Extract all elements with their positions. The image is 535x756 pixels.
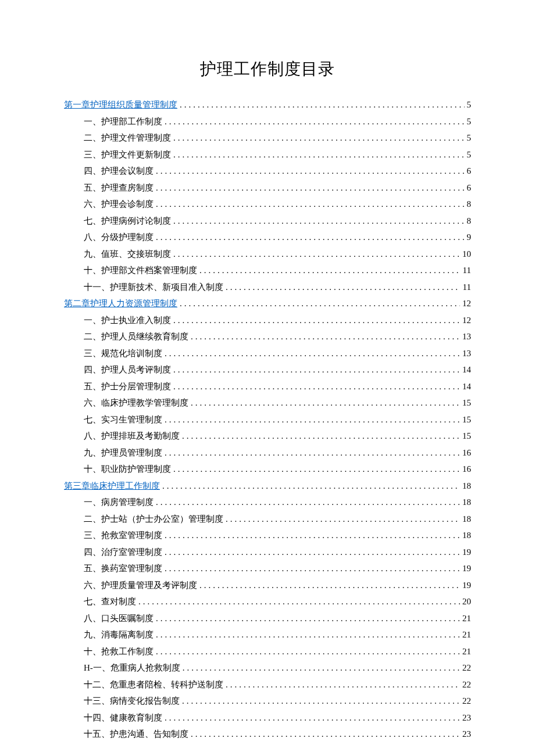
toc-page-number: 21 <box>462 610 471 627</box>
toc-entry[interactable]: 二、护士站（护士办公室）管理制度18 <box>64 511 471 528</box>
toc-entry[interactable]: 四、治疗室管理制度19 <box>64 544 471 561</box>
toc-page-number: 21 <box>462 626 471 643</box>
toc-entry[interactable]: 六、护理会诊制度8 <box>64 196 471 213</box>
toc-entry[interactable]: 七、实习生管理制度15 <box>64 411 471 428</box>
toc-leader-dots <box>191 328 460 345</box>
toc-label: 八、分级护理制度 <box>84 229 154 246</box>
toc-entry[interactable]: 十三、病情变化报告制度22 <box>64 693 471 710</box>
toc-label: 五、护理查房制度 <box>84 180 154 196</box>
toc-page-number: 14 <box>462 361 471 378</box>
toc-leader-dots <box>165 411 460 428</box>
toc-label: 五、换药室管理制度 <box>84 560 162 577</box>
toc-leader-dots <box>156 643 460 660</box>
toc-entry[interactable]: 十四、健康教育制度23 <box>64 710 471 726</box>
toc-entry[interactable]: 四、护理人员考评制度14 <box>64 361 471 378</box>
toc-entry[interactable]: 十、护理部文件档案管理制度11 <box>64 262 471 279</box>
toc-label: 十、护理部文件档案管理制度 <box>84 262 197 279</box>
toc-page-number: 21 <box>462 643 471 660</box>
toc-leader-dots <box>156 626 460 643</box>
toc-leader-dots <box>165 527 460 544</box>
toc-entry[interactable]: 五、护理查房制度6 <box>64 180 471 196</box>
toc-entry[interactable]: 十、抢救工作制度21 <box>64 643 471 660</box>
toc-leader-dots <box>165 710 460 726</box>
toc-entry[interactable]: 九、值班、交接班制度10 <box>64 246 471 263</box>
toc-label: 一、护士执业准入制度 <box>84 312 171 329</box>
toc-page-number: 10 <box>462 246 471 263</box>
toc-entry[interactable]: 二、护理人员继续教育制度13 <box>64 328 471 345</box>
toc-leader-dots <box>173 378 460 395</box>
toc-page-number: 20 <box>462 593 471 610</box>
toc-label: 三、抢救室管理制度 <box>84 527 162 544</box>
toc-label: 二、护理人员继续教育制度 <box>84 328 188 345</box>
toc-entry[interactable]: 第三章临床护理工作制度18 <box>64 478 471 495</box>
toc-leader-dots <box>165 544 460 561</box>
toc-label: 二、护理文件管理制度 <box>84 130 171 146</box>
toc-leader-dots <box>173 246 460 263</box>
toc-leader-dots <box>138 593 460 610</box>
toc-leader-dots <box>165 445 460 461</box>
toc-leader-dots <box>182 693 460 710</box>
toc-page-number: 18 <box>462 478 471 495</box>
toc-page-number: 8 <box>467 196 472 213</box>
toc-page-number: 23 <box>462 726 471 743</box>
toc-label: 十、职业防护管理制度 <box>84 461 171 478</box>
toc-page-number: 22 <box>462 693 471 710</box>
toc-entry[interactable]: 十二、危重患者陪检、转科护送制度22 <box>64 676 471 693</box>
toc-entry[interactable]: 七、查对制度20 <box>64 593 471 610</box>
toc-entry[interactable]: 六、临床护理教学管理制度15 <box>64 395 471 411</box>
toc-entry[interactable]: 三、规范化培训制度13 <box>64 345 471 362</box>
toc-entry[interactable]: 八、分级护理制度9 <box>64 229 471 246</box>
toc-leader-dots <box>226 279 461 296</box>
toc-entry[interactable]: 八、口头医嘱制度21 <box>64 610 471 627</box>
toc-label: 三、护理文件更新制度 <box>84 146 171 163</box>
toc-entry[interactable]: 九、护理员管理制度16 <box>64 445 471 461</box>
toc-entry[interactable]: 第二章护理人力资源管理制度12 <box>64 295 471 312</box>
toc-entry[interactable]: 一、护士执业准入制度12 <box>64 312 471 329</box>
toc-label: 四、治疗室管理制度 <box>84 544 162 561</box>
toc-entry[interactable]: 十、职业防护管理制度16 <box>64 461 471 478</box>
toc-entry[interactable]: 七、护理病例讨论制度8 <box>64 213 471 230</box>
toc-entry[interactable]: 十一、护理新技术、新项目准入制度11 <box>64 279 471 296</box>
document-page: 护理工作制度目录 第一章护理组织质量管理制度5一、护理部工作制度5二、护理文件管… <box>0 0 535 756</box>
toc-entry[interactable]: 三、护理文件更新制度5 <box>64 146 471 163</box>
toc-leader-dots <box>156 610 460 627</box>
toc-label: 第一章护理组织质量管理制度 <box>64 96 177 113</box>
toc-label: H-一、危重病人抢救制度 <box>84 660 180 676</box>
toc-entry[interactable]: 八、护理排班及考勤制度15 <box>64 428 471 445</box>
toc-label: 十一、护理新技术、新项目准入制度 <box>84 279 223 296</box>
toc-entry[interactable]: 二、护理文件管理制度5 <box>64 130 471 146</box>
toc-leader-dots <box>162 478 460 495</box>
toc-label: 三、规范化培训制度 <box>84 345 162 362</box>
toc-label: 八、护理排班及考勤制度 <box>84 428 180 445</box>
toc-page-number: 15 <box>462 428 471 445</box>
toc-leader-dots <box>156 180 465 196</box>
toc-entry[interactable]: 五、护士分层管理制度14 <box>64 378 471 395</box>
toc-page-number: 5 <box>467 130 472 146</box>
toc-label: 十五、护患沟通、告知制度 <box>84 726 188 743</box>
toc-entry[interactable]: 六、护理质量管理及考评制度19 <box>64 577 471 594</box>
toc-page-number: 18 <box>462 511 471 528</box>
toc-page-number: 12 <box>462 295 471 312</box>
toc-entry[interactable]: 一、护理部工作制度5 <box>64 113 471 130</box>
toc-page-number: 6 <box>467 180 472 196</box>
toc-leader-dots <box>173 312 460 329</box>
toc-page-number: 9 <box>467 229 472 246</box>
toc-label: 五、护士分层管理制度 <box>84 378 171 395</box>
toc-entry[interactable]: 九、消毒隔离制度21 <box>64 626 471 643</box>
toc-entry[interactable]: 五、换药室管理制度19 <box>64 560 471 577</box>
toc-entry[interactable]: 第一章护理组织质量管理制度5 <box>64 96 471 113</box>
toc-leader-dots <box>156 196 465 213</box>
toc-entry[interactable]: 四、护理会议制度6 <box>64 163 471 180</box>
toc-container: 第一章护理组织质量管理制度5一、护理部工作制度5二、护理文件管理制度5三、护理文… <box>64 96 471 743</box>
toc-label: 十四、健康教育制度 <box>84 710 162 726</box>
toc-page-number: 22 <box>462 676 471 693</box>
document-title: 护理工作制度目录 <box>64 58 471 80</box>
toc-page-number: 16 <box>462 445 471 461</box>
toc-entry[interactable]: 三、抢救室管理制度18 <box>64 527 471 544</box>
toc-entry[interactable]: H-一、危重病人抢救制度22 <box>64 660 471 676</box>
toc-entry[interactable]: 一、病房管理制度18 <box>64 494 471 511</box>
toc-page-number: 19 <box>462 577 471 594</box>
toc-entry[interactable]: 十五、护患沟通、告知制度23 <box>64 726 471 743</box>
toc-label: 一、护理部工作制度 <box>84 113 162 130</box>
toc-leader-dots <box>156 229 465 246</box>
